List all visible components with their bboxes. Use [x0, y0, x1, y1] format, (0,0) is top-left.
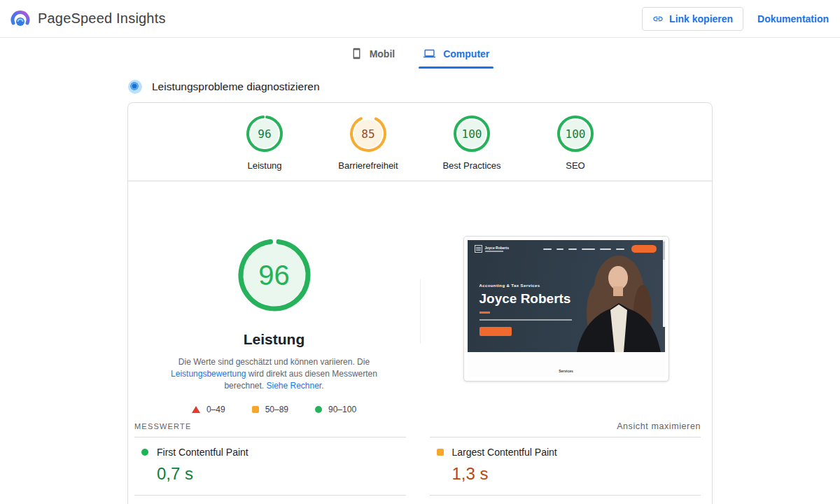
- tab-computer[interactable]: Computer: [419, 43, 493, 69]
- diagnose-row: Leistungsprobleme diagnostizieren: [128, 80, 713, 94]
- person-photo: [564, 246, 662, 352]
- score-gauge-best-practices[interactable]: 100 Best Practices: [430, 114, 513, 171]
- app-header: PageSpeed Insights Link kopieren Dokumen…: [0, 0, 840, 38]
- active-tab-underline: [419, 66, 493, 69]
- calculator-link[interactable]: Siehe Rechner: [266, 381, 321, 391]
- metrics-grid: First Contentful Paint 0,7 s Largest Con…: [128, 437, 712, 504]
- tab-mobil-label: Mobil: [370, 48, 396, 59]
- messwerte-label: MESSWERTE: [134, 422, 192, 430]
- score-value: 96: [245, 114, 284, 153]
- site-footer-caption: Services: [559, 369, 573, 373]
- score-value: 100: [556, 114, 595, 153]
- metric-row-fcp: First Contentful Paint 0,7 s: [134, 437, 406, 495]
- site-hero-button: [479, 327, 512, 336]
- performance-title: Leistung: [244, 331, 305, 348]
- metric-row-cls: Cumulative Layout Shift: [430, 495, 701, 504]
- legend-range: 50–89: [265, 405, 288, 414]
- final-screenshot[interactable]: Joyce Roberts Accounting & Tax Services: [463, 236, 669, 382]
- diagnose-heading: Leistungsprobleme diagnostizieren: [152, 80, 320, 93]
- metric-status-icon-good: [141, 449, 148, 456]
- site-logo: Joyce Roberts: [475, 245, 509, 253]
- metric-row-lcp: Largest Contentful Paint 1,3 s: [430, 437, 701, 495]
- legend-item-good: 90–100: [315, 405, 356, 414]
- tab-mobil[interactable]: Mobil: [346, 43, 400, 69]
- triangle-icon: [192, 406, 200, 413]
- brand[interactable]: PageSpeed Insights: [10, 8, 166, 29]
- report-card: 96 Leistung 85 Barrierefreiheit: [127, 102, 713, 504]
- copy-link-button[interactable]: Link kopieren: [642, 7, 743, 31]
- screenshot-panel: Joyce Roberts Accounting & Tax Services: [420, 181, 712, 414]
- metric-label: Largest Contentful Paint: [452, 447, 557, 458]
- score-gauge-seo[interactable]: 100 SEO: [534, 114, 617, 171]
- header-actions: Link kopieren Dokumentation: [642, 7, 829, 31]
- tab-computer-label: Computer: [443, 48, 489, 59]
- metric-status-icon-average: [437, 449, 444, 456]
- legend-item-average: 50–89: [252, 405, 288, 414]
- circle-icon: [315, 406, 322, 413]
- site-scrollbar: [663, 240, 665, 327]
- score-legend: 0–49 50–89 90–100: [192, 405, 356, 414]
- phone-icon: [351, 48, 363, 59]
- summary-scores: 96 Leistung 85 Barrierefreiheit: [128, 103, 712, 181]
- link-icon: [652, 13, 664, 24]
- legend-range: 90–100: [328, 405, 356, 414]
- vertical-divider: [420, 279, 421, 344]
- maximize-view-link[interactable]: Ansicht maximieren: [617, 421, 701, 431]
- square-icon: [252, 406, 259, 413]
- legend-item-fail: 0–49: [192, 405, 225, 414]
- legend-range: 0–49: [206, 405, 225, 414]
- scoring-link[interactable]: Leistungsbewertung: [171, 369, 246, 379]
- metric-label: First Contentful Paint: [157, 447, 248, 458]
- score-value: 100: [452, 114, 491, 153]
- device-tabs: Mobil Computer: [0, 38, 840, 69]
- score-gauge-barrierefreiheit[interactable]: 85 Barrierefreiheit: [327, 114, 410, 171]
- score-label: Barrierefreiheit: [338, 160, 398, 171]
- site-hero: Joyce Roberts Accounting & Tax Services: [468, 240, 665, 352]
- score-label: Best Practices: [442, 160, 500, 171]
- app-title: PageSpeed Insights: [38, 10, 166, 27]
- main-content: Leistungsprobleme diagnostizieren 96 Lei…: [127, 80, 713, 504]
- pagespeed-logo-icon: [10, 8, 31, 29]
- performance-gauge: 96: [237, 237, 312, 313]
- metric-row-tbt: Total Blocking Time: [134, 495, 406, 504]
- computer-icon: [423, 48, 436, 59]
- score-value: 85: [349, 114, 388, 153]
- performance-panel: 96 Leistung Die Werte sind geschätzt und…: [128, 181, 420, 414]
- metric-value: 0,7 s: [157, 464, 406, 484]
- documentation-link[interactable]: Dokumentation: [757, 13, 829, 24]
- performance-description: Die Werte sind geschätzt und können vari…: [163, 356, 386, 392]
- copy-link-label: Link kopieren: [669, 13, 733, 24]
- performance-score-value: 96: [237, 237, 312, 313]
- compare-section: 96 Leistung Die Werte sind geschätzt und…: [128, 181, 712, 421]
- score-label: Leistung: [247, 160, 281, 171]
- metrics-header: MESSWERTE Ansicht maximieren: [128, 421, 712, 431]
- tab-underline: [346, 66, 400, 69]
- desc-text: .: [321, 381, 323, 391]
- diagnose-gauge-icon: [128, 80, 142, 94]
- score-gauge-leistung[interactable]: 96 Leistung: [223, 114, 306, 171]
- metric-value: 1,3 s: [452, 464, 701, 484]
- site-footer: Services: [468, 352, 665, 377]
- score-label: SEO: [566, 160, 584, 171]
- desc-text: Die Werte sind geschätzt und können vari…: [178, 357, 370, 367]
